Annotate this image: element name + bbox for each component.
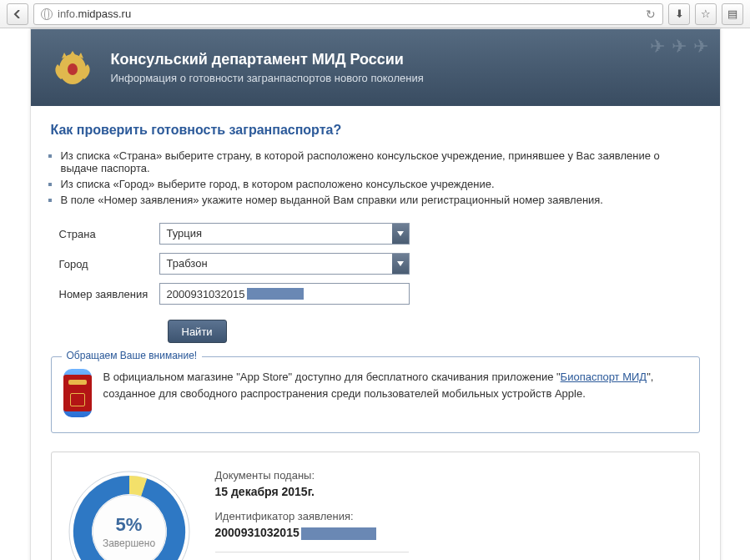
site-header: ✈︎✈︎✈︎ Консульский департамент МИД Росси… (31, 29, 720, 106)
docs-submitted-value: 15 декабря 2015г. (215, 485, 409, 498)
find-button[interactable]: Найти (168, 320, 227, 343)
instruction-item: Из списка «Город» выберите город, в кото… (61, 178, 700, 190)
appnum-masked (247, 288, 304, 300)
app-id-masked (301, 527, 376, 540)
app-id-value: 2000931032015 (215, 526, 409, 540)
docs-submitted-key: Документы поданы: (215, 469, 409, 482)
appnum-label: Номер заявления (51, 288, 159, 300)
globe-icon (41, 8, 53, 20)
chevron-down-icon (392, 224, 409, 244)
reload-icon[interactable]: ↻ (646, 8, 656, 21)
site-subtitle: Информация о готовности загранпаспортов … (111, 72, 424, 84)
instruction-item: В поле «Номер заявления» укажите номер в… (61, 194, 700, 206)
progress-percent: 5% (116, 514, 143, 536)
appnum-input[interactable]: 2000931032015 (159, 283, 410, 305)
bookmark-icon[interactable]: ☆ (695, 3, 717, 25)
back-button[interactable] (7, 3, 28, 25)
page-container: ✈︎✈︎✈︎ Консульский департамент МИД Росси… (30, 28, 721, 560)
appnum-row: Номер заявления 2000931032015 (51, 283, 700, 305)
divider (215, 552, 409, 552)
result-box: 5% Завершено Документы поданы: 15 декабр… (51, 452, 700, 560)
progress-label: Завершено (103, 537, 155, 549)
svg-point-1 (68, 63, 78, 75)
download-icon[interactable]: ⬇ (668, 3, 690, 25)
coat-of-arms-icon (49, 44, 96, 91)
result-info: Документы поданы: 15 декабря 2015г. Иден… (215, 469, 409, 560)
notice-box: Обращаем Ваше внимание! В официальном ма… (51, 356, 700, 433)
instruction-item: Из списка «Страна» выберите страну, в ко… (61, 149, 700, 174)
city-row: Город Трабзон (51, 253, 700, 275)
url-bar[interactable]: info.midpass.ru ↻ (33, 3, 663, 25)
biopassport-link[interactable]: Биопаспорт МИД (561, 371, 647, 383)
city-label: Город (51, 258, 159, 270)
app-id-key: Идентификатор заявления: (215, 510, 409, 522)
notice-text: В официальном магазине "App Store" досту… (103, 369, 687, 401)
country-label: Страна (51, 228, 159, 240)
country-select[interactable]: Турция (159, 223, 410, 245)
city-select[interactable]: Трабзон (159, 253, 410, 275)
page-title: Как проверить готовность загранпаспорта? (51, 123, 700, 138)
url-prefix: info. (58, 8, 78, 20)
passport-icon (63, 375, 92, 411)
notice-legend: Обращаем Ваше внимание! (62, 350, 203, 361)
site-title: Консульский департамент МИД России (111, 51, 424, 68)
progress-donut: 5% Завершено (67, 469, 192, 560)
browser-toolbar: info.midpass.ru ↻ ⬇ ☆ ▤ (0, 0, 750, 28)
instructions-list: Из списка «Страна» выберите страну, в ко… (61, 149, 700, 206)
chevron-down-icon (392, 254, 409, 274)
content: Как проверить готовность загранпаспорта?… (31, 106, 720, 560)
header-text: Консульский департамент МИД России Инфор… (111, 51, 424, 84)
app-store-icon (63, 369, 92, 417)
country-value: Турция (160, 224, 392, 244)
appnum-visible: 2000931032015 (167, 288, 245, 300)
city-value: Трабзон (160, 254, 392, 274)
clipboard-icon[interactable]: ▤ (722, 3, 743, 25)
header-decor: ✈︎✈︎✈︎ (647, 36, 712, 58)
url-host: midpass.ru (78, 8, 132, 20)
country-row: Страна Турция (51, 223, 700, 245)
